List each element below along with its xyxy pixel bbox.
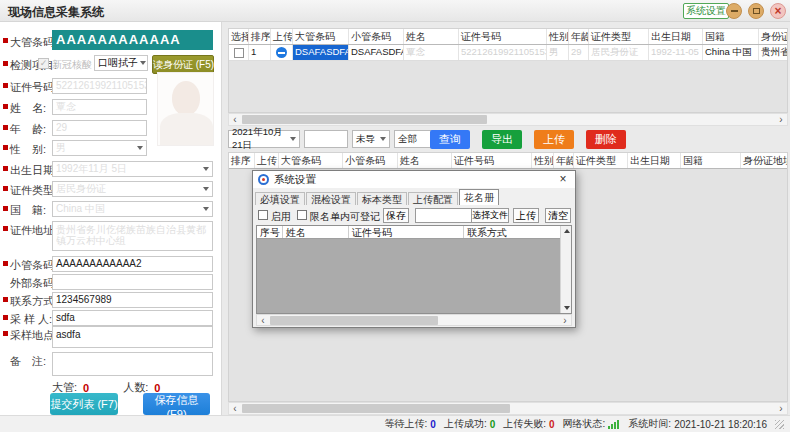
scroll-left-arrow[interactable]: ‹ bbox=[229, 114, 241, 125]
scroll-up-arrow[interactable] bbox=[564, 229, 570, 233]
dialog-close-button[interactable]: × bbox=[556, 172, 570, 186]
sample-type-select[interactable]: 口咽拭子 bbox=[94, 55, 148, 71]
keyword-input[interactable] bbox=[304, 130, 348, 148]
save-info-button[interactable]: 保存信息 (F9) bbox=[143, 393, 210, 415]
field-birth-date-select[interactable]: 1992年11月 5日 bbox=[52, 161, 213, 177]
top-grid-header-7[interactable]: 性别 bbox=[547, 29, 569, 44]
close-button[interactable]: × bbox=[770, 3, 786, 19]
dialog-save-button[interactable]: 保存 bbox=[383, 208, 409, 223]
restrict-checkbox[interactable] bbox=[297, 210, 307, 220]
top-grid-header-5[interactable]: 姓名 bbox=[404, 29, 459, 44]
row-cell-0[interactable] bbox=[229, 45, 249, 60]
table-row[interactable]: 1DSAFASDFAAASDSAFASDFAAAS1覃念522126199211… bbox=[229, 45, 787, 61]
row-cell-4[interactable]: DSAFASDFAAAS1 bbox=[349, 45, 404, 60]
field-nationality-select[interactable]: China 中国 bbox=[52, 201, 213, 217]
delete-button[interactable]: 删除 bbox=[586, 130, 626, 149]
date-select[interactable]: 2021年10月21日 bbox=[228, 130, 300, 148]
scroll-down-arrow[interactable] bbox=[564, 306, 570, 310]
top-grid-header-1[interactable]: 排序 bbox=[249, 29, 271, 44]
choose-file-button[interactable]: 选择文件 bbox=[471, 208, 509, 223]
bottom-grid-header-3[interactable]: 小管条码 bbox=[343, 153, 398, 168]
bottom-grid-hscrollbar[interactable]: ‹ › bbox=[228, 402, 788, 415]
export-button[interactable]: 导出 bbox=[482, 130, 522, 149]
row-cell-7[interactable]: 男 bbox=[547, 45, 569, 60]
field-contact-input[interactable]: 1234567989 bbox=[52, 292, 213, 308]
scroll-right-arrow[interactable]: › bbox=[775, 403, 787, 414]
top-grid-header-6[interactable]: 证件号码 bbox=[459, 29, 547, 44]
field-id-number-input[interactable]: 522126199211051531 bbox=[52, 78, 147, 94]
row-cell-3[interactable]: DSAFASDFAAAS bbox=[293, 45, 349, 60]
field-sample-site-textarea[interactable]: asdfa bbox=[52, 326, 213, 348]
minimize-button[interactable] bbox=[726, 3, 742, 19]
bottom-grid-header-10[interactable]: 国籍 bbox=[681, 153, 741, 168]
field-name-input[interactable]: 覃念 bbox=[52, 99, 147, 115]
enable-checkbox[interactable] bbox=[258, 210, 268, 220]
row-cell-8[interactable]: 29 bbox=[569, 45, 589, 60]
roster-table-header-3[interactable]: 联系方式 bbox=[464, 226, 561, 238]
dialog-tab-2[interactable]: 标本类型 bbox=[357, 192, 407, 205]
row-cell-9[interactable]: 居民身份证 bbox=[589, 45, 649, 60]
field-id-address-textarea[interactable]: 贵州省务川仡佬族苗族自治县黄都镇万云村中心组 bbox=[52, 221, 213, 251]
export-state-select[interactable]: 未导 bbox=[352, 130, 390, 148]
dialog-tab-3[interactable]: 上传配置 bbox=[408, 192, 458, 205]
row-cell-10[interactable]: 1992-11-05 bbox=[649, 45, 703, 60]
row-cell-6[interactable]: 522126199211051531 bbox=[459, 45, 547, 60]
bottom-grid-header-8[interactable]: 证件类型 bbox=[574, 153, 628, 168]
bottom-grid-header-9[interactable]: 出生日期 bbox=[628, 153, 681, 168]
bottom-grid-header-0[interactable]: 排序 bbox=[229, 153, 255, 168]
roster-table-header-2[interactable]: 证件号码 bbox=[349, 226, 464, 238]
maximize-button[interactable] bbox=[748, 3, 764, 19]
scroll-thumb[interactable] bbox=[270, 316, 438, 325]
scroll-right-arrow[interactable]: › bbox=[775, 114, 787, 125]
field-external-barcode-input[interactable] bbox=[52, 274, 213, 290]
scroll-right-arrow[interactable]: › bbox=[559, 315, 571, 326]
row-cell-5[interactable]: 覃念 bbox=[404, 45, 459, 60]
field-gender-select[interactable]: 男 bbox=[52, 140, 147, 156]
roster-table-hscrollbar[interactable]: ‹ › bbox=[256, 314, 572, 326]
system-settings-button[interactable]: 系统设置 bbox=[683, 3, 729, 19]
dialog-upload-button[interactable]: 上传 bbox=[513, 208, 539, 223]
query-button[interactable]: 查询 bbox=[430, 130, 470, 149]
dialog-tab-4[interactable]: 花名册 bbox=[459, 189, 499, 205]
dialog-clear-button[interactable]: 清空 bbox=[545, 208, 571, 223]
field-sampler-input[interactable]: sdfa bbox=[52, 310, 213, 326]
top-grid-header-0[interactable]: 选择 bbox=[229, 29, 249, 44]
roster-table-header-1[interactable]: 姓名 bbox=[283, 226, 349, 238]
top-grid-header-10[interactable]: 出生日期 bbox=[649, 29, 703, 44]
row-select-checkbox[interactable] bbox=[234, 48, 244, 58]
scroll-left-arrow[interactable]: ‹ bbox=[229, 403, 241, 414]
bottom-grid-header-6[interactable]: 性别 bbox=[532, 153, 554, 168]
bottom-grid-header-2[interactable]: 大管条码 bbox=[279, 153, 343, 168]
top-grid-header-4[interactable]: 小管条码 bbox=[349, 29, 404, 44]
dialog-titlebar[interactable]: 系统设置 × bbox=[253, 171, 575, 188]
scroll-thumb[interactable] bbox=[242, 404, 510, 413]
resize-grip[interactable] bbox=[775, 420, 784, 429]
row-cell-2[interactable] bbox=[271, 45, 293, 60]
top-grid-header-3[interactable]: 大管条码 bbox=[293, 29, 349, 44]
submit-list-button[interactable]: 提交列表 (F7) bbox=[50, 393, 118, 415]
row-cell-11[interactable]: China 中国 bbox=[703, 45, 759, 60]
top-grid-header-2[interactable]: 上传 bbox=[271, 29, 293, 44]
scroll-thumb[interactable] bbox=[242, 115, 487, 124]
top-grid-header-9[interactable]: 证件类型 bbox=[589, 29, 649, 44]
field-small-tube-input[interactable]: AAAAAAAAAAAA2 bbox=[52, 256, 213, 272]
top-grid-hscrollbar[interactable]: ‹ › bbox=[228, 113, 788, 126]
roster-table-header-0[interactable]: 序号 bbox=[257, 226, 283, 238]
bottom-grid-header-1[interactable]: 上传 bbox=[255, 153, 279, 168]
top-grid-header-12[interactable]: 身份证地址 bbox=[759, 29, 788, 44]
top-grid-header-8[interactable]: 年龄 bbox=[569, 29, 589, 44]
bottom-grid-header-5[interactable]: 证件号码 bbox=[452, 153, 532, 168]
bottom-grid-header-4[interactable]: 姓名 bbox=[398, 153, 452, 168]
dialog-tab-1[interactable]: 混检设置 bbox=[306, 192, 356, 205]
dialog-tab-0[interactable]: 必填设置 bbox=[255, 192, 305, 205]
row-cell-12[interactable]: 贵州省务川仡佬族苗族自治县黄都镇万云村中心组 bbox=[759, 45, 788, 60]
covid-checkbox[interactable]: ✓ bbox=[38, 58, 49, 69]
roster-table-vscrollbar[interactable] bbox=[560, 226, 571, 313]
bottom-grid-header-7[interactable]: 年龄 bbox=[554, 153, 574, 168]
field-remark-textarea[interactable] bbox=[52, 352, 213, 376]
field-age-input[interactable]: 29 bbox=[52, 120, 147, 136]
field-id-type-select[interactable]: 居民身份证 bbox=[52, 181, 213, 197]
row-cell-1[interactable]: 1 bbox=[249, 45, 271, 60]
scroll-left-arrow[interactable]: ‹ bbox=[257, 315, 269, 326]
upload-button[interactable]: 上传 bbox=[534, 130, 574, 149]
